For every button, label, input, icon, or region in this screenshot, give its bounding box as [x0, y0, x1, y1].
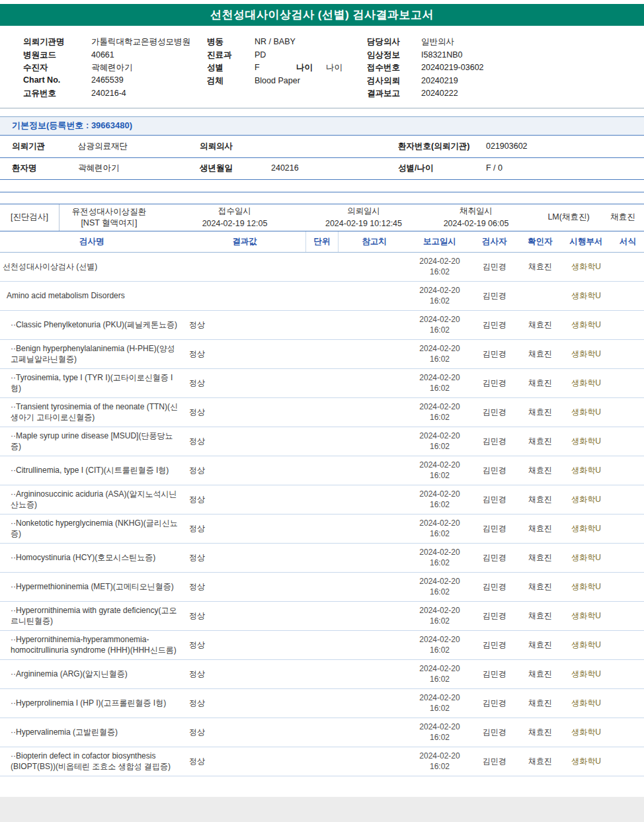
report-datetime-cell: 2024-02-2016:02: [410, 692, 469, 714]
result-cell: 정상: [184, 639, 305, 651]
field-label: Chart No.: [23, 75, 91, 85]
report-date: 2024-02-20: [419, 431, 460, 441]
confirmer-cell: 채효진: [520, 581, 561, 593]
exam-requested-block: 의뢰일시 2024-02-19 10:12:45: [311, 205, 417, 229]
test-name-cell: ··Maple syrup urine disease [MSUD](단풍당뇨증…: [0, 428, 184, 454]
tester-cell: 김민경: [469, 349, 520, 360]
spacer: [0, 192, 644, 204]
results-table-header: 검사명 결과값 단위 참고치 보고일시 검사자 확인자 시행부서 서식: [0, 231, 644, 253]
department-cell: 생화학U: [561, 407, 612, 418]
field-value: Blood Paper: [255, 76, 300, 85]
patient-header-row: 임상정보I58321NB0: [367, 50, 644, 63]
report-date: 2024-02-20: [419, 751, 460, 761]
exam-test-name: 유전성대사이상질환[NST 혈액여지]: [60, 205, 159, 230]
collected-datetime: 2024-02-19 06:05: [444, 218, 509, 229]
tester-cell: 김민경: [469, 407, 520, 418]
report-datetime-cell: 2024-02-2016:02: [410, 547, 469, 568]
col-header-report-datetime: 보고일시: [410, 231, 469, 252]
test-name-cell: ··Nonketotic hyperglycinemia (NKHG)(글리신뇨…: [0, 515, 184, 542]
patient-name-value: 곽혜련아기: [78, 163, 120, 174]
exam-summary-band: [진단검사] 유전성대사이상질환[NST 혈액여지] 접수일시 2024-02-…: [0, 204, 644, 231]
report-time: 16:02: [430, 354, 450, 364]
patient-header-row: 병원코드40661: [23, 50, 207, 63]
test-name-cell: ··Hyperprolinemia I (HP I)(고프롤린혈증 I형): [0, 695, 184, 711]
report-datetime-cell: 2024-02-2016:02: [410, 343, 469, 364]
department-cell: 생화학U: [561, 290, 612, 302]
result-cell: 정상: [184, 756, 305, 767]
test-name-cell: ··Hypervalinemia (고발린혈증): [0, 724, 184, 740]
sex-age-label: 성별/나이: [398, 163, 486, 174]
confirmer-cell: 채효진: [520, 261, 561, 272]
test-name-cell: 선천성대사이상검사 (선별): [0, 259, 184, 274]
report-datetime-cell: 2024-02-2016:02: [410, 721, 469, 743]
report-time: 16:02: [430, 674, 450, 684]
report-time: 16:02: [430, 761, 450, 772]
tester-cell: 김민경: [469, 756, 520, 767]
test-name-cell: ··Hyperornithinemia-hyperammonemia-homoc…: [0, 632, 184, 658]
table-row: ··Transient tyrosinemia of the neonate (…: [0, 398, 644, 427]
patient-header-row: Chart No.2465539: [23, 75, 207, 89]
result-cell: 정상: [184, 407, 305, 418]
report-date: 2024-02-20: [419, 721, 460, 732]
field-label: 의뢰기관명: [23, 36, 91, 48]
confirmer-cell: 채효진: [520, 523, 561, 534]
table-row: ··Nonketotic hyperglycinemia (NKHG)(글리신뇨…: [0, 514, 644, 544]
report-datetime-cell: 2024-02-2016:02: [410, 431, 469, 452]
table-row: ··Hyperornithinemia with gyrate deficien…: [0, 602, 644, 631]
report-time: 16:02: [430, 296, 450, 306]
table-row: ··Hyperprolinemia I (HP I)(고프롤린혈증 I형)정상2…: [0, 689, 644, 718]
result-cell: 정상: [184, 436, 305, 447]
field-label: 성별: [207, 62, 255, 73]
report-time: 16:02: [430, 499, 450, 510]
result-cell: 정상: [184, 523, 305, 534]
tester-cell: 김민경: [469, 261, 520, 272]
result-cell: 정상: [184, 727, 305, 738]
patient-header-row: 성별F나이나이: [207, 62, 367, 75]
department-cell: 생화학U: [561, 494, 612, 505]
table-row: ··Maple syrup urine disease [MSUD](단풍당뇨증…: [0, 427, 644, 456]
basic-info-row-1: 의뢰기관 삼광의료재단 의뢰의사 환자번호(의뢰기관) 021903602: [0, 135, 644, 157]
exam-received-block: 접수일시 2024-02-19 12:05: [159, 205, 311, 229]
field-value: F: [255, 63, 296, 72]
test-name-cell: ··Homocystinuria (HCY)(호모시스틴뇨증): [0, 550, 184, 565]
report-time: 16:02: [430, 557, 450, 568]
table-row: ··Hypermethioninemia (MET)(고메티오닌혈증)정상202…: [0, 573, 644, 602]
field-value: 가톨릭대학교은평성모병원: [91, 36, 190, 48]
report-date: 2024-02-20: [419, 518, 460, 528]
report-datetime-cell: 2024-02-2016:02: [410, 576, 469, 597]
footer-area: [0, 797, 644, 822]
report-date: 2024-02-20: [419, 576, 460, 587]
report-date: 2024-02-20: [419, 489, 460, 499]
result-cell: 정상: [184, 494, 305, 505]
referrer-org-value: 삼광의료재단: [78, 141, 128, 152]
field-sex-age: 성별/나이 F / 0: [398, 163, 644, 174]
tester-cell: 김민경: [469, 436, 520, 447]
report-time: 16:02: [430, 645, 450, 655]
sex-age-value: F / 0: [486, 163, 503, 173]
department-cell: 생화학U: [561, 378, 612, 389]
report-date: 2024-02-20: [419, 547, 460, 557]
tester-cell: 김민경: [469, 523, 520, 534]
confirmer-cell: 채효진: [520, 756, 561, 767]
confirmer-cell: 채효진: [520, 639, 561, 651]
tester-cell: 김민경: [469, 378, 520, 389]
field-label: 병원코드: [23, 50, 91, 61]
report-time: 16:02: [430, 267, 450, 277]
report-date: 2024-02-20: [419, 343, 460, 354]
field-label: 병동: [207, 36, 255, 48]
report-datetime-cell: 2024-02-2016:02: [410, 314, 469, 335]
patient-header-middle: 병동NR / BABY진료과PD성별F나이나이검체Blood Paper: [207, 36, 367, 101]
field-value: I58321NB0: [421, 50, 463, 60]
table-row: Amino acid metabolism Disorders2024-02-2…: [0, 282, 644, 311]
birth-date-value: 240216: [271, 163, 299, 173]
report-datetime-cell: 2024-02-2016:02: [410, 401, 469, 423]
tester-cell: 김민경: [469, 698, 520, 709]
confirmer-cell: 채효진: [520, 610, 561, 622]
field-label: 진료과: [207, 50, 255, 61]
field-value: 나이: [326, 62, 342, 73]
field-label: 접수번호: [367, 62, 421, 73]
col-header-reference: 참고치: [339, 231, 410, 252]
patient-header-row: 병동NR / BABY: [207, 36, 367, 50]
test-name-cell: ··Benign hyperphenylalaninemia (H-PHE)(양…: [0, 341, 184, 367]
report-time: 16:02: [430, 470, 450, 481]
